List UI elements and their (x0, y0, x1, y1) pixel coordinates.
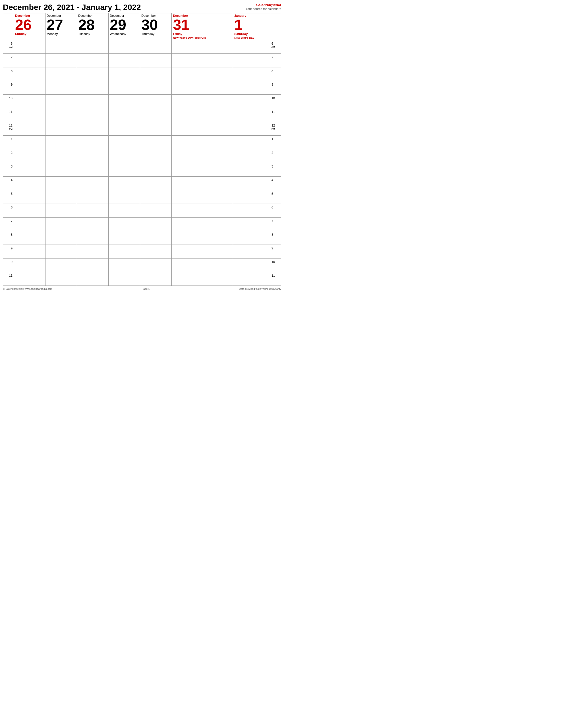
time-cell[interactable] (109, 122, 140, 136)
time-cell[interactable] (77, 231, 109, 245)
time-cell[interactable] (172, 231, 233, 245)
time-cell[interactable] (77, 190, 109, 204)
time-cell[interactable] (172, 272, 233, 286)
time-cell[interactable] (77, 81, 109, 95)
time-cell[interactable] (140, 67, 172, 81)
time-cell[interactable] (140, 108, 172, 122)
time-cell[interactable] (14, 122, 46, 136)
time-cell[interactable] (233, 40, 271, 54)
time-cell[interactable] (77, 258, 109, 272)
time-cell[interactable] (140, 218, 172, 231)
time-cell[interactable] (14, 231, 46, 245)
time-cell[interactable] (233, 108, 271, 122)
time-cell[interactable] (109, 67, 140, 81)
time-cell[interactable] (172, 258, 233, 272)
time-cell[interactable] (172, 177, 233, 190)
time-cell[interactable] (77, 149, 109, 163)
time-cell[interactable] (46, 204, 77, 218)
time-cell[interactable] (46, 272, 77, 286)
time-cell[interactable] (109, 163, 140, 177)
time-cell[interactable] (140, 163, 172, 177)
time-cell[interactable] (233, 122, 271, 136)
time-cell[interactable] (140, 54, 172, 67)
time-cell[interactable] (172, 81, 233, 95)
time-cell[interactable] (14, 136, 46, 149)
time-cell[interactable] (140, 245, 172, 258)
time-cell[interactable] (109, 190, 140, 204)
time-cell[interactable] (172, 108, 233, 122)
time-cell[interactable] (109, 81, 140, 95)
time-cell[interactable] (77, 245, 109, 258)
time-cell[interactable] (233, 81, 271, 95)
time-cell[interactable] (233, 54, 271, 67)
time-cell[interactable] (233, 204, 271, 218)
time-cell[interactable] (46, 54, 77, 67)
time-cell[interactable] (14, 204, 46, 218)
time-cell[interactable] (77, 163, 109, 177)
time-cell[interactable] (46, 136, 77, 149)
time-cell[interactable] (109, 272, 140, 286)
time-cell[interactable] (77, 218, 109, 231)
time-cell[interactable] (172, 40, 233, 54)
time-cell[interactable] (233, 218, 271, 231)
time-cell[interactable] (46, 67, 77, 81)
time-cell[interactable] (77, 40, 109, 54)
time-cell[interactable] (14, 149, 46, 163)
time-cell[interactable] (172, 122, 233, 136)
time-cell[interactable] (46, 218, 77, 231)
time-cell[interactable] (172, 245, 233, 258)
time-cell[interactable] (109, 231, 140, 245)
time-cell[interactable] (77, 272, 109, 286)
time-cell[interactable] (233, 149, 271, 163)
time-cell[interactable] (140, 177, 172, 190)
time-cell[interactable] (140, 40, 172, 54)
time-cell[interactable] (109, 177, 140, 190)
time-cell[interactable] (14, 258, 46, 272)
time-cell[interactable] (172, 54, 233, 67)
time-cell[interactable] (140, 272, 172, 286)
time-cell[interactable] (233, 231, 271, 245)
time-cell[interactable] (46, 163, 77, 177)
time-cell[interactable] (46, 40, 77, 54)
time-cell[interactable] (46, 95, 77, 108)
time-cell[interactable] (140, 136, 172, 149)
time-cell[interactable] (109, 40, 140, 54)
time-cell[interactable] (14, 163, 46, 177)
time-cell[interactable] (77, 95, 109, 108)
time-cell[interactable] (14, 218, 46, 231)
time-cell[interactable] (109, 258, 140, 272)
time-cell[interactable] (172, 149, 233, 163)
time-cell[interactable] (233, 67, 271, 81)
time-cell[interactable] (172, 136, 233, 149)
time-cell[interactable] (109, 218, 140, 231)
time-cell[interactable] (140, 81, 172, 95)
time-cell[interactable] (140, 190, 172, 204)
time-cell[interactable] (46, 231, 77, 245)
time-cell[interactable] (140, 231, 172, 245)
time-cell[interactable] (140, 204, 172, 218)
time-cell[interactable] (233, 245, 271, 258)
time-cell[interactable] (46, 258, 77, 272)
time-cell[interactable] (233, 272, 271, 286)
time-cell[interactable] (109, 54, 140, 67)
time-cell[interactable] (46, 190, 77, 204)
time-cell[interactable] (14, 95, 46, 108)
time-cell[interactable] (109, 245, 140, 258)
time-cell[interactable] (172, 95, 233, 108)
time-cell[interactable] (233, 136, 271, 149)
time-cell[interactable] (172, 204, 233, 218)
time-cell[interactable] (77, 108, 109, 122)
time-cell[interactable] (140, 122, 172, 136)
time-cell[interactable] (109, 149, 140, 163)
time-cell[interactable] (233, 190, 271, 204)
time-cell[interactable] (172, 218, 233, 231)
time-cell[interactable] (109, 204, 140, 218)
time-cell[interactable] (77, 177, 109, 190)
time-cell[interactable] (233, 258, 271, 272)
time-cell[interactable] (77, 67, 109, 81)
time-cell[interactable] (109, 95, 140, 108)
time-cell[interactable] (46, 149, 77, 163)
time-cell[interactable] (140, 95, 172, 108)
time-cell[interactable] (140, 258, 172, 272)
time-cell[interactable] (109, 136, 140, 149)
